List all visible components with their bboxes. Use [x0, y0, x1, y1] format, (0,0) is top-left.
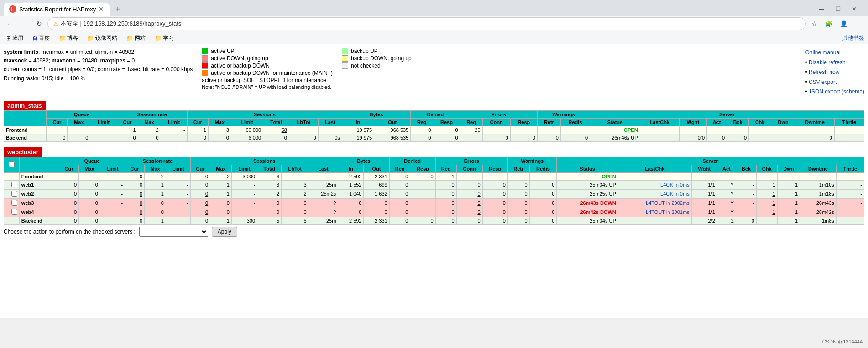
legend-maint: active or backup DOWN for maintenance (M…: [211, 70, 333, 76]
apps-icon: ⊞: [6, 35, 11, 42]
apply-button[interactable]: Apply: [212, 227, 237, 237]
forward-button[interactable]: →: [18, 17, 31, 30]
th-w-redis: Redis: [560, 118, 590, 126]
admin-stats-section: admin_stats Queue Session rate Sessions …: [4, 101, 864, 142]
th-d-resp: Resp: [433, 118, 460, 126]
bookmark-study[interactable]: 📁 学习: [152, 33, 177, 43]
legend-note: active or backup SOFT STOPPED for mainte…: [202, 77, 326, 83]
bookmark-baidu-label: 百度: [39, 34, 50, 42]
action-label: Choose the action to perform on the chec…: [4, 229, 136, 235]
minimize-button[interactable]: —: [815, 3, 828, 16]
json-export-link[interactable]: JSON export (schema): [809, 88, 864, 95]
folder-icon-2: 📁: [87, 35, 94, 42]
th-sessrate-wc: Session rate: [125, 157, 191, 165]
refresh-button[interactable]: ↻: [33, 17, 46, 30]
th-errors-wc: Errors: [435, 157, 507, 165]
web2-checkbox[interactable]: [11, 191, 17, 197]
bookmark-site-label: 网站: [135, 34, 146, 42]
th-dwn: Dwn: [771, 118, 795, 126]
bookmark-star-button[interactable]: ☆: [808, 17, 821, 30]
admin-backend-row: Backend 00 00 006 000000s 19 975968 535 …: [4, 134, 864, 141]
legend-panel: active UP active DOWN, going up active o…: [202, 48, 796, 97]
th-d-req: Req: [411, 118, 433, 126]
th-s-lbtot: LbTot: [289, 118, 318, 126]
action-select[interactable]: Set state to READY Set state to DRAIN Se…: [139, 227, 208, 237]
th-status: Status: [590, 118, 640, 126]
restore-button[interactable]: ❐: [831, 3, 844, 16]
th-denied-wc: Denied: [389, 157, 435, 165]
legend-active-up: active UP: [211, 48, 234, 54]
disable-refresh-link[interactable]: Disable refresh: [809, 59, 846, 66]
bookmark-blog[interactable]: 📁 博客: [56, 33, 81, 43]
legend-active-backup-down: active or backup DOWN: [211, 62, 270, 69]
admin-frontend-name: Frontend: [4, 126, 47, 134]
th-s-tot: Total: [263, 118, 289, 126]
bookmark-study-label: 学习: [163, 34, 174, 42]
th-queue-admin: Queue: [47, 110, 117, 118]
legend-nolb-note: Note: "NOLB"/"DRAIN" = UP with load-bala…: [202, 84, 331, 90]
browser-tab[interactable]: H Statistics Report for HAProxy ✕: [4, 3, 110, 16]
wc-frontend-row: Frontend 02 023 0006 2 5922 331 00 1 OPE…: [4, 172, 864, 180]
admin-stats-title: admin_stats: [4, 101, 46, 110]
extensions-button[interactable]: 🧩: [822, 17, 835, 30]
select-all-checkbox[interactable]: [9, 161, 15, 167]
th-bytes-admin: Bytes: [342, 110, 411, 118]
admin-frontend-row: Frontend 12- 1360 00058 19 975968 535 00…: [4, 126, 864, 134]
th-w-retr: Retr: [537, 118, 560, 126]
web4-checkbox[interactable]: [11, 209, 17, 215]
th-s-max: Max: [208, 118, 231, 126]
action-bar: Choose the action to perform on the chec…: [4, 227, 864, 237]
th-s-cur: Cur: [187, 118, 208, 126]
web1-checkbox[interactable]: [11, 182, 17, 187]
folder-icon-1: 📁: [59, 35, 66, 42]
legend-backup-up: backup UP: [351, 48, 378, 54]
security-icon: ⚠: [53, 21, 58, 27]
th-q-max: Max: [68, 118, 90, 126]
th-server-wc: Server: [557, 157, 864, 165]
bookmark-apps[interactable]: ⊞ 应用: [4, 33, 26, 43]
th-thrtle: Thrtle: [834, 118, 864, 126]
new-tab-button[interactable]: +: [111, 3, 124, 16]
th-b-in: In: [342, 118, 374, 126]
th-sessrate-admin: Session rate: [117, 110, 187, 118]
online-manual-link[interactable]: Online manual: [805, 49, 840, 56]
webcluster-section: webcluster Queue Session rate Sessions B…: [4, 147, 864, 237]
th-sr-cur: Cur: [117, 118, 138, 126]
th-warnings-admin: Warnings: [537, 110, 590, 118]
address-bar[interactable]: ⚠ 不安全 | 192.168.129.250:8189/haproxy_sta…: [47, 17, 806, 30]
legend-backup-down-going-up: backup DOWN, going up: [351, 55, 412, 62]
system-info: system limits: memmax = unlimited; ulimi…: [4, 48, 193, 97]
folder-icon-4: 📁: [155, 35, 162, 42]
th-bytes-wc: Bytes: [338, 157, 389, 165]
bookmark-mirror[interactable]: 📁 镜像网站: [84, 33, 120, 43]
tab-close-btn[interactable]: ✕: [99, 5, 104, 13]
th-sessions-admin: Sessions: [187, 110, 342, 118]
bookmark-apps-label: 应用: [12, 34, 23, 42]
wc-web1-row: web1 00- 01- 01-3325m 1 552699 0 000 00 …: [4, 180, 864, 189]
th-dwntme: Dwntme: [795, 118, 834, 126]
th-q-cur: Cur: [47, 118, 68, 126]
bookmark-site[interactable]: 📁 网站: [124, 33, 148, 43]
csv-export-link[interactable]: CSV export: [809, 79, 837, 85]
wc-backend-row: Backend 00 01 013005525m 2 5922 331 00 0…: [4, 217, 864, 224]
th-e-req: Req: [460, 118, 482, 126]
bookmark-mirror-label: 镜像网站: [95, 34, 117, 42]
refresh-now-link[interactable]: Refresh now: [809, 69, 839, 75]
wc-web3-row: web3 00- 00- 00-00? 00 0 000 00 26m43s D…: [4, 198, 864, 208]
menu-button[interactable]: ⋮: [852, 17, 864, 30]
bookmark-blog-label: 博客: [67, 34, 78, 42]
th-errors-admin: Errors: [460, 110, 537, 118]
web3-checkbox[interactable]: [11, 200, 17, 206]
wc-web4-row: web4 00- 00- 00-00? 00 0 000 00 26m42s D…: [4, 208, 864, 217]
webcluster-table: Queue Session rate Sessions Bytes Denied…: [4, 157, 864, 225]
close-button[interactable]: ✕: [848, 3, 861, 16]
profile-button[interactable]: 👤: [837, 17, 850, 30]
th-e-conn: Conn: [482, 118, 510, 126]
url-display: 不安全 | 192.168.129.250:8189/haproxy_stats: [61, 20, 181, 28]
th-s-last: Last: [318, 118, 342, 126]
bookmark-baidu[interactable]: 百 百度: [30, 33, 52, 43]
legend-active-down-going-up: active DOWN, going up: [211, 55, 268, 62]
other-bookmarks[interactable]: 其他书签: [842, 34, 864, 42]
back-button[interactable]: ←: [4, 17, 16, 30]
th-denied-admin: Denied: [411, 110, 460, 118]
